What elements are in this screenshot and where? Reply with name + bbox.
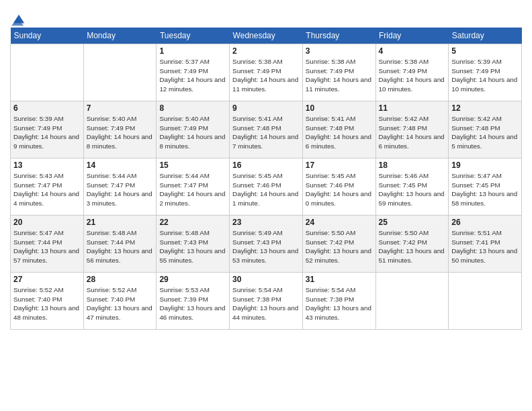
day-number: 16: [232, 161, 300, 170]
calendar-cell: 15Sunrise: 5:44 AM Sunset: 7:47 PM Dayli…: [157, 158, 230, 216]
calendar-cell: 10Sunrise: 5:41 AM Sunset: 7:48 PM Dayli…: [302, 101, 375, 158]
calendar-cell: 29Sunrise: 5:53 AM Sunset: 7:39 PM Dayli…: [157, 273, 230, 330]
day-info: Sunrise: 5:38 AM Sunset: 7:49 PM Dayligh…: [306, 57, 373, 94]
day-number: 10: [306, 103, 373, 113]
day-info: Sunrise: 5:43 AM Sunset: 7:47 PM Dayligh…: [13, 171, 81, 208]
day-number: 5: [451, 46, 519, 56]
day-number: 30: [232, 275, 300, 284]
calendar-week-row: 13Sunrise: 5:43 AM Sunset: 7:47 PM Dayli…: [11, 158, 522, 216]
day-number: 9: [232, 103, 300, 113]
calendar-cell: 12Sunrise: 5:42 AM Sunset: 7:48 PM Dayli…: [449, 101, 522, 158]
day-info: Sunrise: 5:39 AM Sunset: 7:49 PM Dayligh…: [13, 114, 81, 151]
calendar-page: SundayMondayTuesdayWednesdayThursdayFrid…: [0, 0, 532, 411]
day-info: Sunrise: 5:50 AM Sunset: 7:42 PM Dayligh…: [306, 228, 373, 265]
calendar-cell: 25Sunrise: 5:50 AM Sunset: 7:42 PM Dayli…: [375, 216, 449, 273]
calendar-cell: 27Sunrise: 5:52 AM Sunset: 7:40 PM Dayli…: [11, 273, 84, 330]
calendar-table: SundayMondayTuesdayWednesdayThursdayFrid…: [10, 28, 522, 330]
day-header-friday: Friday: [375, 28, 449, 44]
day-info: Sunrise: 5:54 AM Sunset: 7:38 PM Dayligh…: [232, 285, 300, 322]
day-info: Sunrise: 5:42 AM Sunset: 7:48 PM Dayligh…: [451, 114, 519, 151]
day-info: Sunrise: 5:48 AM Sunset: 7:44 PM Dayligh…: [87, 228, 154, 265]
day-number: 15: [159, 161, 226, 170]
day-number: 29: [159, 275, 226, 284]
calendar-cell: [375, 273, 449, 330]
calendar-cell: 8Sunrise: 5:40 AM Sunset: 7:49 PM Daylig…: [157, 101, 230, 158]
calendar-cell: [449, 273, 522, 330]
day-info: Sunrise: 5:47 AM Sunset: 7:45 PM Dayligh…: [451, 171, 519, 208]
calendar-cell: 26Sunrise: 5:51 AM Sunset: 7:41 PM Dayli…: [449, 216, 522, 273]
day-number: 26: [451, 218, 519, 227]
day-number: 24: [306, 218, 373, 227]
day-header-wednesday: Wednesday: [230, 28, 303, 44]
calendar-cell: 13Sunrise: 5:43 AM Sunset: 7:47 PM Dayli…: [11, 158, 84, 216]
day-number: 12: [451, 103, 519, 113]
calendar-cell: 9Sunrise: 5:41 AM Sunset: 7:48 PM Daylig…: [230, 101, 303, 158]
day-number: 23: [232, 218, 300, 227]
day-number: 3: [306, 46, 373, 56]
calendar-cell: 22Sunrise: 5:48 AM Sunset: 7:43 PM Dayli…: [157, 216, 230, 273]
day-info: Sunrise: 5:49 AM Sunset: 7:43 PM Dayligh…: [232, 228, 300, 265]
day-info: Sunrise: 5:37 AM Sunset: 7:49 PM Dayligh…: [159, 57, 226, 94]
calendar-cell: 14Sunrise: 5:44 AM Sunset: 7:47 PM Dayli…: [83, 158, 157, 216]
day-header-tuesday: Tuesday: [157, 28, 230, 44]
day-info: Sunrise: 5:50 AM Sunset: 7:42 PM Dayligh…: [379, 228, 446, 265]
calendar-cell: [11, 44, 84, 101]
calendar-cell: 21Sunrise: 5:48 AM Sunset: 7:44 PM Dayli…: [83, 216, 157, 273]
day-info: Sunrise: 5:38 AM Sunset: 7:49 PM Dayligh…: [379, 57, 446, 94]
calendar-week-row: 20Sunrise: 5:47 AM Sunset: 7:44 PM Dayli…: [11, 216, 522, 273]
day-info: Sunrise: 5:40 AM Sunset: 7:49 PM Dayligh…: [87, 114, 154, 151]
logo: [10, 7, 28, 22]
day-number: 2: [232, 46, 300, 56]
calendar-cell: 11Sunrise: 5:42 AM Sunset: 7:48 PM Dayli…: [375, 101, 449, 158]
logo-icon: [11, 12, 26, 27]
day-number: 18: [379, 161, 446, 170]
calendar-cell: 3Sunrise: 5:38 AM Sunset: 7:49 PM Daylig…: [302, 44, 375, 101]
day-info: Sunrise: 5:53 AM Sunset: 7:39 PM Dayligh…: [159, 285, 226, 322]
calendar-cell: 31Sunrise: 5:54 AM Sunset: 7:38 PM Dayli…: [302, 273, 375, 330]
day-info: Sunrise: 5:44 AM Sunset: 7:47 PM Dayligh…: [159, 171, 226, 208]
day-header-saturday: Saturday: [449, 28, 522, 44]
calendar-cell: 1Sunrise: 5:37 AM Sunset: 7:49 PM Daylig…: [157, 44, 230, 101]
day-number: 28: [87, 275, 154, 284]
calendar-cell: 7Sunrise: 5:40 AM Sunset: 7:49 PM Daylig…: [83, 101, 157, 158]
day-number: 27: [13, 275, 81, 284]
day-number: 20: [13, 218, 81, 227]
day-info: Sunrise: 5:42 AM Sunset: 7:48 PM Dayligh…: [379, 114, 446, 151]
day-number: 31: [306, 275, 373, 284]
day-number: 7: [87, 103, 154, 113]
calendar-cell: 20Sunrise: 5:47 AM Sunset: 7:44 PM Dayli…: [11, 216, 84, 273]
day-number: 6: [13, 103, 81, 113]
day-number: 4: [379, 46, 446, 56]
day-header-thursday: Thursday: [302, 28, 375, 44]
calendar-cell: 5Sunrise: 5:39 AM Sunset: 7:49 PM Daylig…: [449, 44, 522, 101]
calendar-cell: 4Sunrise: 5:38 AM Sunset: 7:49 PM Daylig…: [375, 44, 449, 101]
day-info: Sunrise: 5:51 AM Sunset: 7:41 PM Dayligh…: [451, 228, 519, 265]
day-header-sunday: Sunday: [11, 28, 84, 44]
calendar-cell: 2Sunrise: 5:38 AM Sunset: 7:49 PM Daylig…: [230, 44, 303, 101]
day-info: Sunrise: 5:52 AM Sunset: 7:40 PM Dayligh…: [87, 285, 154, 322]
calendar-cell: 23Sunrise: 5:49 AM Sunset: 7:43 PM Dayli…: [230, 216, 303, 273]
day-number: 22: [159, 218, 226, 227]
day-info: Sunrise: 5:41 AM Sunset: 7:48 PM Dayligh…: [306, 114, 373, 151]
header: [10, 7, 522, 22]
calendar-cell: 6Sunrise: 5:39 AM Sunset: 7:49 PM Daylig…: [11, 101, 84, 158]
day-number: 1: [159, 46, 226, 56]
day-info: Sunrise: 5:46 AM Sunset: 7:45 PM Dayligh…: [379, 171, 446, 208]
day-number: 17: [306, 161, 373, 170]
calendar-cell: 30Sunrise: 5:54 AM Sunset: 7:38 PM Dayli…: [230, 273, 303, 330]
calendar-cell: 24Sunrise: 5:50 AM Sunset: 7:42 PM Dayli…: [302, 216, 375, 273]
day-info: Sunrise: 5:39 AM Sunset: 7:49 PM Dayligh…: [451, 57, 519, 94]
calendar-week-row: 27Sunrise: 5:52 AM Sunset: 7:40 PM Dayli…: [11, 273, 522, 330]
day-number: 11: [379, 103, 446, 113]
calendar-cell: [83, 44, 157, 101]
day-info: Sunrise: 5:38 AM Sunset: 7:49 PM Dayligh…: [232, 57, 300, 94]
calendar-cell: 18Sunrise: 5:46 AM Sunset: 7:45 PM Dayli…: [375, 158, 449, 216]
day-number: 14: [87, 161, 154, 170]
day-info: Sunrise: 5:54 AM Sunset: 7:38 PM Dayligh…: [306, 285, 373, 322]
calendar-cell: 19Sunrise: 5:47 AM Sunset: 7:45 PM Dayli…: [449, 158, 522, 216]
day-info: Sunrise: 5:47 AM Sunset: 7:44 PM Dayligh…: [13, 228, 81, 265]
day-info: Sunrise: 5:48 AM Sunset: 7:43 PM Dayligh…: [159, 228, 226, 265]
calendar-header-row: SundayMondayTuesdayWednesdayThursdayFrid…: [11, 28, 522, 44]
calendar-cell: 16Sunrise: 5:45 AM Sunset: 7:46 PM Dayli…: [230, 158, 303, 216]
day-info: Sunrise: 5:41 AM Sunset: 7:48 PM Dayligh…: [232, 114, 300, 151]
